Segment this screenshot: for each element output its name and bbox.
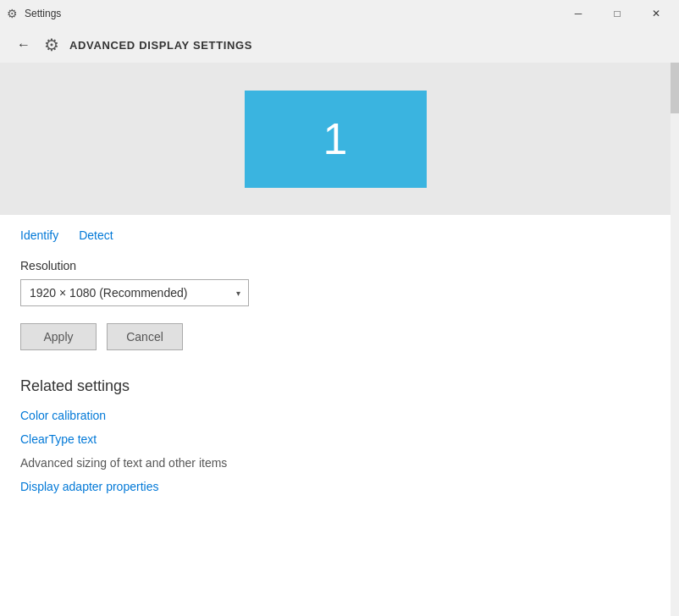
- related-settings-title: Related settings: [20, 377, 650, 395]
- window-controls: ─ □ ✕: [559, 0, 676, 27]
- back-icon: ←: [17, 37, 30, 52]
- monitor-preview-area: 1: [0, 63, 671, 215]
- settings-window-icon: ⚙: [7, 7, 18, 20]
- display-adapter-link[interactable]: Display adapter properties: [20, 480, 650, 493]
- app-header: ← ⚙ ADVANCED DISPLAY SETTINGS: [0, 27, 679, 63]
- monitor-number: 1: [323, 113, 348, 164]
- monitor-display: 1: [245, 91, 427, 188]
- related-links-list: Color calibration ClearType text Advance…: [20, 409, 650, 493]
- identify-link[interactable]: Identify: [20, 228, 58, 242]
- detect-link[interactable]: Detect: [79, 228, 113, 242]
- maximize-button[interactable]: □: [598, 0, 637, 27]
- page-title: ADVANCED DISPLAY SETTINGS: [69, 39, 252, 52]
- content-scroll-area[interactable]: 1 Identify Detect Resolution 1920 × 1080…: [0, 63, 671, 616]
- resolution-select[interactable]: 1920 × 1080 (Recommended) 1600 × 900 128…: [20, 279, 249, 306]
- cleartype-text-link[interactable]: ClearType text: [20, 432, 650, 446]
- apply-button[interactable]: Apply: [20, 323, 97, 350]
- title-bar: ⚙ Settings ─ □ ✕: [0, 0, 679, 27]
- resolution-select-wrapper: 1920 × 1080 (Recommended) 1600 × 900 128…: [20, 279, 249, 306]
- back-button[interactable]: ←: [14, 34, 34, 56]
- action-buttons-row: Apply Cancel: [20, 323, 650, 350]
- sizing-text: Advanced sizing of text and other items: [20, 456, 650, 470]
- minimize-button[interactable]: ─: [559, 0, 598, 27]
- close-button[interactable]: ✕: [637, 0, 676, 27]
- title-bar-title: Settings: [25, 8, 61, 19]
- gear-icon: ⚙: [44, 35, 59, 55]
- scrollbar-track[interactable]: [671, 63, 679, 616]
- main-content: 1 Identify Detect Resolution 1920 × 1080…: [0, 63, 679, 616]
- identify-detect-row: Identify Detect: [20, 228, 650, 242]
- scrollbar-thumb[interactable]: [671, 63, 679, 113]
- color-calibration-link[interactable]: Color calibration: [20, 409, 650, 422]
- cancel-button[interactable]: Cancel: [107, 323, 183, 350]
- resolution-label: Resolution: [20, 259, 650, 272]
